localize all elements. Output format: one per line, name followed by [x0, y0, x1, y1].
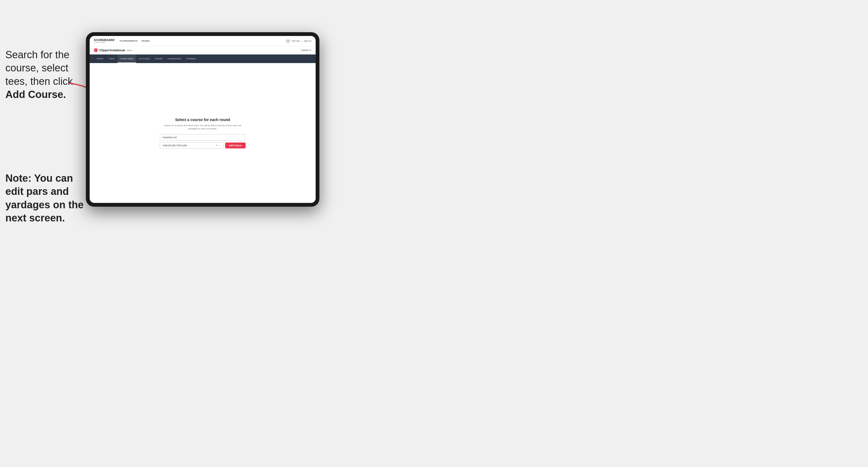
tab-tee-groups-label: Tee Groups	[139, 57, 150, 60]
cancel-label: Cancel	[302, 49, 308, 52]
tee-select-row: Gold (M) (M) (7010 yds) ✕ ⌄ Add Course	[160, 142, 246, 149]
course-search-input[interactable]	[160, 134, 246, 141]
tab-teams-label: Teams	[108, 57, 115, 60]
nav-right: U Test User | Sign out	[286, 39, 311, 43]
annotation-line2: course, select	[5, 62, 68, 73]
tab-teams[interactable]: Teams	[106, 55, 118, 63]
tee-select-dropdown[interactable]: Gold (M) (M) (7010 yds) ✕ ⌄	[160, 142, 224, 149]
tab-navigation: Details Teams Course Setup Tee Groups Re…	[90, 55, 316, 63]
user-name: Test User	[292, 40, 300, 42]
tee-select-value: Gold (M) (M) (7010 yds)	[163, 144, 187, 147]
tab-printables-label: Printables	[186, 57, 196, 60]
tab-course-setup-label: Course Setup	[120, 57, 133, 60]
note-line4: next screen.	[5, 212, 65, 224]
nav-tournaments[interactable]: TOURNAMENTS	[119, 40, 138, 42]
tab-tee-groups[interactable]: Tee Groups	[136, 55, 152, 63]
annotation-note: Note: You can edit pars and yardages on …	[5, 172, 89, 225]
logo-sub: Powered by clippd	[94, 41, 115, 43]
note-line3: yardages on the	[5, 199, 84, 210]
main-content: Select a course for each round Search fo…	[90, 63, 316, 203]
tournament-badge: (Men)	[126, 49, 132, 52]
tab-details-label: Details	[97, 57, 103, 60]
tournament-title-area: C Clippd Invitational (Men)	[94, 48, 132, 52]
user-avatar: U	[286, 39, 290, 43]
logo-text: SCOREBOARD	[94, 39, 115, 41]
tee-controls: ✕ ⌄	[216, 144, 221, 147]
course-setup-panel: Select a course for each round Search fo…	[160, 118, 246, 149]
tab-leaderboards-label: Leaderboards	[168, 57, 181, 60]
cancel-icon: ✕	[309, 49, 311, 52]
tournament-header: C Clippd Invitational (Men) Cancel ✕	[90, 46, 316, 55]
cancel-button[interactable]: Cancel ✕	[302, 49, 311, 52]
tab-course-setup[interactable]: Course Setup	[118, 55, 136, 63]
tee-chevron-icon[interactable]: ⌄	[219, 144, 221, 147]
sign-out-link[interactable]: Sign out	[304, 40, 311, 42]
nav-links: TOURNAMENTS TEAMS	[119, 40, 286, 42]
annotation-left: Search for the course, select tees, then…	[5, 48, 83, 101]
tablet-screen: SCOREBOARD Powered by clippd TOURNAMENTS…	[90, 36, 316, 203]
annotation-line3: tees, then click	[5, 76, 73, 87]
note-line1: Note: You can	[5, 173, 73, 184]
annotation-line1: Search for the	[5, 49, 69, 60]
tab-leaderboards[interactable]: Leaderboards	[165, 55, 184, 63]
note-line2: edit pars and	[5, 186, 69, 197]
clippd-icon: C	[94, 48, 98, 52]
tab-results-label: Results	[155, 57, 162, 60]
tab-printables[interactable]: Printables	[184, 55, 198, 63]
nav-separator: |	[302, 40, 303, 42]
top-navbar: SCOREBOARD Powered by clippd TOURNAMENTS…	[90, 36, 316, 46]
nav-teams[interactable]: TEAMS	[142, 40, 150, 42]
panel-title: Select a course for each round	[160, 118, 246, 122]
panel-description: Search for a course and select a tee. Yo…	[160, 124, 246, 130]
add-course-button[interactable]: Add Course	[225, 143, 246, 148]
annotation-bold: Add Course.	[5, 89, 66, 100]
tablet-device: SCOREBOARD Powered by clippd TOURNAMENTS…	[86, 32, 319, 207]
logo-area: SCOREBOARD Powered by clippd	[94, 39, 115, 43]
tab-details[interactable]: Details	[94, 55, 106, 63]
tournament-name: Clippd Invitational	[99, 49, 125, 52]
tab-results[interactable]: Results	[152, 55, 165, 63]
tee-clear-icon[interactable]: ✕	[216, 144, 218, 147]
